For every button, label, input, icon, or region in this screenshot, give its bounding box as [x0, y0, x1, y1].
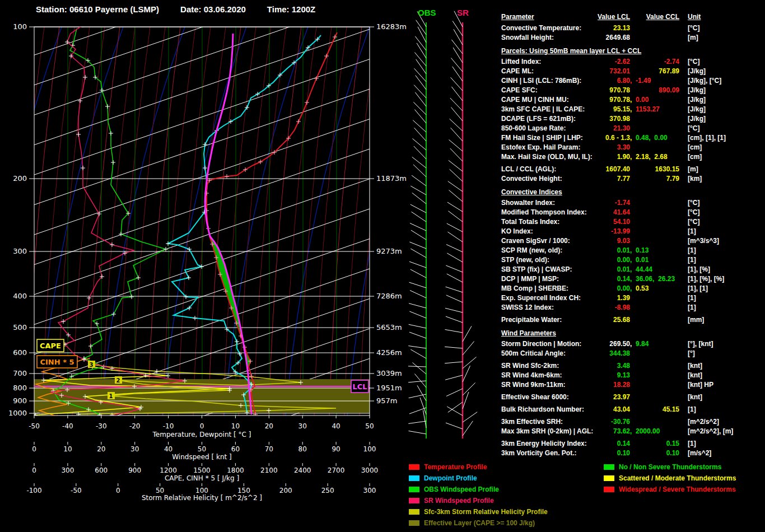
- value-ccl: 0.10: [630, 449, 679, 458]
- svg-text:70: 70: [265, 445, 273, 453]
- value-segment: 0.00: [617, 284, 630, 292]
- svg-text:20: 20: [265, 422, 273, 430]
- value-segment: -8.98: [615, 304, 630, 311]
- svg-text:40: 40: [332, 422, 340, 430]
- table-row: CINH | LSI (LCL: 786mB):6.80, -1.49[J/kg…: [501, 76, 762, 86]
- value-lcl: 370.98: [501, 114, 630, 124]
- value-segment: 9.84: [636, 340, 649, 348]
- svg-text:90: 90: [332, 445, 340, 453]
- profile-legend-item: SR Windspeed Profile: [409, 495, 548, 506]
- value-segment: 0.10: [617, 449, 630, 457]
- value-lcl: 1.90: [501, 152, 630, 162]
- value-lcl: 0.01: [501, 265, 630, 274]
- svg-text:2400: 2400: [294, 466, 311, 474]
- obs-wind-column-header: OBS: [418, 8, 436, 17]
- svg-text:1800: 1800: [227, 466, 244, 474]
- value-lcl: 970.78: [501, 86, 630, 95]
- svg-text:CINH * 5: CINH * 5: [40, 358, 74, 366]
- value-lcl: 6.80: [501, 76, 630, 86]
- table-row: 3km Energy Helicity Index:0.140.15[1]: [501, 439, 762, 449]
- time-label: Time: 1200Z: [267, 4, 315, 14]
- legend-label: No / Non Severe Thunderstorms: [619, 463, 721, 471]
- value-segment: 7.79: [666, 175, 679, 183]
- legend-swatch-icon: [409, 509, 419, 515]
- value-extra: , 0.00: [630, 95, 649, 105]
- unit-label: [J/kg]: [688, 114, 706, 124]
- svg-text:900: 900: [128, 466, 141, 474]
- svg-text:7286m: 7286m: [376, 292, 402, 300]
- svg-text:250: 250: [321, 487, 334, 494]
- svg-text:CAPE: CAPE: [40, 342, 61, 350]
- unit-label: [1]: [688, 439, 696, 449]
- svg-text:2700: 2700: [328, 466, 345, 474]
- value-lcl: 3.30: [501, 143, 630, 152]
- unit-label: [°C]: [688, 198, 699, 208]
- value-segment: 18.28: [613, 381, 630, 389]
- unit-label: [°], [knt]: [688, 339, 713, 349]
- value-segment: 0.48, 0.00: [632, 134, 667, 142]
- value-extra: , 0.13: [630, 246, 649, 255]
- unit-label: [1], [1]: [688, 284, 708, 293]
- value-ccl: 1630.15: [630, 165, 679, 174]
- legend-swatch-icon: [604, 464, 614, 470]
- table-row: Snowfall Height:2649.68[m]: [501, 33, 762, 43]
- value-segment: , 2000.00: [630, 427, 660, 435]
- value-segment: 0.01: [617, 265, 630, 273]
- svg-text:-50: -50: [71, 487, 82, 494]
- value-extra: , 2000.00: [630, 427, 660, 436]
- value-segment: 0.15: [666, 440, 679, 447]
- legend-label: Dewpoint Profile: [424, 474, 477, 482]
- value-segment: 41.64: [613, 208, 630, 216]
- value-lcl: 21.30: [501, 124, 630, 133]
- table-row: SR Wind 9km-11km:18.28[knt] HP: [501, 380, 762, 390]
- table-row: SWISS 12 Index:-8.98[1]: [501, 303, 762, 312]
- value-segment: ,: [630, 284, 636, 292]
- value-extra: , 36.06, 26.23: [630, 274, 675, 284]
- value-ccl: 0.15: [630, 439, 679, 449]
- profile-legend-item: Dewpoint Profile: [409, 473, 548, 484]
- value-ccl: 890.09: [630, 86, 679, 95]
- value-segment: 73.62: [613, 427, 630, 435]
- table-row: Max. Hail Size (OLD, MU, IL):1.90, 2.18,…: [501, 152, 762, 162]
- value-segment: , 36.06, 26.23: [630, 275, 675, 283]
- table-row: 3km SFC CAPE | IL CAPE:95.15, 1153.27[J/…: [501, 105, 762, 114]
- unit-label: [°C]: [688, 124, 699, 133]
- svg-text:-20: -20: [129, 422, 141, 430]
- severity-legend: No / Non Severe ThunderstormsScattered /…: [604, 461, 736, 495]
- svg-text:50: 50: [198, 445, 206, 453]
- table-row: 3km Vorticity Gen. Pot.:0.100.10[m/s^2]: [501, 449, 762, 458]
- svg-text:5653m: 5653m: [376, 323, 402, 332]
- value-lcl: -8.98: [501, 303, 630, 312]
- value-lcl: 2649.68: [501, 33, 630, 43]
- value-lcl: 9.03: [501, 236, 630, 246]
- value-lcl: 0.10: [501, 449, 630, 458]
- value-lcl: 95.15: [501, 105, 630, 114]
- table-row: SR Wind Sfc-2km:3.48[knt]: [501, 361, 762, 371]
- unit-label: [m]: [688, 165, 698, 174]
- svg-text:600: 600: [95, 466, 108, 474]
- value-segment: 0.14: [617, 275, 630, 283]
- legend-label: Temperature Profile: [424, 463, 487, 471]
- svg-text:LCL: LCL: [352, 382, 367, 391]
- sr-wind-column-header: SR: [457, 8, 469, 17]
- x-axis-3: -100-50050100150200250300Storm Relative …: [26, 483, 376, 502]
- svg-text:200: 200: [13, 174, 27, 183]
- table-row: Storm Direction | Motion:269.50, 9.84[°]…: [501, 339, 762, 349]
- value-ccl: 7.79: [630, 174, 679, 184]
- column-header-3: Unit: [688, 12, 701, 21]
- value-lcl: 73.62: [501, 427, 630, 436]
- table-row: Precipitable Water:25.68[mm]: [501, 315, 762, 325]
- value-lcl: 41.64: [501, 208, 630, 217]
- skewt-app-window: 321CAPECINH * 5LCL1002003004005006007008…: [0, 0, 765, 532]
- unit-label: [knt]: [688, 371, 702, 380]
- svg-text:400: 400: [13, 292, 27, 300]
- unit-label: [1]: [688, 293, 696, 303]
- x-axis-0: -50-40-30-20-1001020304050Temperature, D…: [29, 416, 374, 438]
- value-extra: , -1.49: [630, 76, 651, 86]
- value-lcl: 23.13: [501, 24, 630, 33]
- table-row: MB Comp | SHERBE:0.00, 0.53[1], [1]: [501, 284, 762, 293]
- legend-label: Sfc-3km Storm Relative Helicity Profile: [424, 508, 548, 516]
- unit-label: [°C]: [688, 217, 699, 227]
- value-segment: ,: [630, 340, 636, 348]
- value-lcl: 7.77: [501, 174, 630, 184]
